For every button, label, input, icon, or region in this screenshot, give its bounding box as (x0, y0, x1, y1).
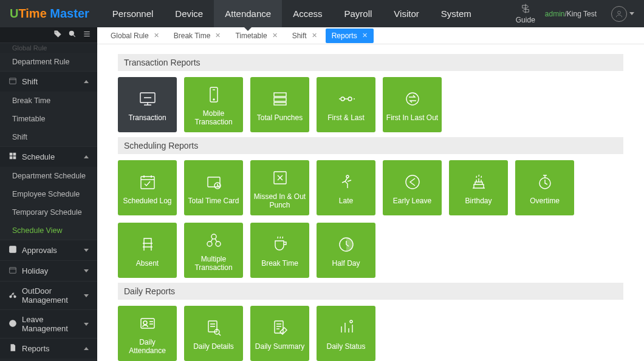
side-sub-timetable[interactable]: Timetable (0, 110, 97, 128)
svg-point-27 (406, 175, 419, 189)
nav-personnel[interactable]: Personnel (101, 0, 165, 27)
card-label: Absent (136, 259, 159, 268)
card-scheduled-log[interactable]: Scheduled Log (118, 160, 177, 215)
card-early-leave[interactable]: Early Leave (383, 160, 442, 215)
svg-point-21 (406, 93, 419, 105)
card-break-time[interactable]: Break Time (250, 223, 309, 278)
tab-global-rule[interactable]: Global Rule✕ (104, 29, 165, 43)
sidebar-tools (0, 27, 97, 43)
svg-rect-17 (274, 98, 286, 101)
side-sub-department-rule[interactable]: Department Rule (0, 53, 97, 71)
svg-rect-6 (10, 157, 13, 160)
side-group-schedule[interactable]: Schedule (0, 146, 97, 167)
nav-visitor[interactable]: Visitor (383, 0, 430, 27)
side-sub-global-rule[interactable]: Global Rule (0, 43, 97, 53)
card-multiple-transaction[interactable]: Multiple Transaction (184, 223, 243, 278)
card-label: Break Time (261, 259, 298, 268)
side-group-approvals[interactable]: Approvals (0, 240, 97, 260)
halfclock-icon (337, 234, 356, 255)
card-transaction[interactable]: Transaction (118, 77, 177, 132)
close-icon[interactable]: ✕ (272, 32, 278, 39)
side-sub-calculate[interactable]: Calculate (0, 359, 97, 361)
close-icon[interactable]: ✕ (362, 32, 368, 39)
missed-icon (270, 167, 290, 189)
list-icon[interactable] (83, 30, 91, 40)
logo-part-u: U (10, 7, 18, 20)
side-group-leave-management[interactable]: Leave Management (0, 309, 97, 338)
section-title-daily-reports: Daily Reports (118, 283, 623, 300)
cup-icon (270, 234, 290, 255)
card-label: Early Leave (393, 197, 431, 205)
chevron-down-icon (84, 249, 89, 252)
card-daily-details[interactable]: Daily Details (184, 306, 243, 361)
side-group-reports[interactable]: Reports (0, 338, 97, 359)
card-label: Daily Summary (255, 342, 304, 351)
search-icon[interactable] (68, 30, 77, 40)
content-scroll[interactable]: Transaction ReportsTransactionMobile Tra… (97, 44, 644, 361)
svg-rect-5 (13, 153, 16, 156)
side-group-shift[interactable]: Shift (0, 71, 97, 92)
bars-icon (337, 317, 356, 339)
close-icon[interactable]: ✕ (215, 32, 221, 39)
card-first-in-last-out[interactable]: First In Last Out (383, 77, 442, 132)
svg-point-2 (69, 31, 74, 35)
card-label: Multiple Transaction (187, 255, 241, 272)
card-half-day[interactable]: Half Day (317, 223, 375, 278)
card-late[interactable]: Late (317, 160, 375, 215)
chevron-down-icon (84, 294, 89, 297)
tab-break-time[interactable]: Break Time✕ (168, 29, 227, 43)
card-mobile-transaction[interactable]: Mobile Transaction (184, 77, 243, 132)
card-label: Overtime (530, 197, 560, 205)
nav-attendance[interactable]: Attendance (214, 0, 282, 27)
nav-device[interactable]: Device (164, 0, 214, 27)
nav-payroll[interactable]: Payroll (333, 0, 383, 27)
tab-timetable[interactable]: Timetable✕ (229, 29, 283, 43)
card-first-last[interactable]: First & Last (317, 77, 375, 132)
svg-point-26 (346, 175, 349, 178)
card-missed-in-out-punch[interactable]: Missed In & Out Punch (250, 160, 309, 215)
side-sub-employee-schedule[interactable]: Employee Schedule (0, 185, 97, 203)
side-sub-break-time[interactable]: Break Time (0, 92, 97, 110)
swap-icon (403, 88, 422, 110)
side-group-holiday[interactable]: Holiday (0, 260, 97, 281)
check-icon (9, 245, 17, 255)
card-birthday[interactable]: Birthday (449, 160, 508, 215)
user-block[interactable]: admin/King Test (545, 10, 597, 18)
cake-icon (469, 171, 488, 193)
card-label: First In Last Out (386, 113, 438, 122)
nav-system[interactable]: System (430, 0, 482, 27)
user-avatar[interactable] (611, 6, 627, 22)
side-sub-schedule-view[interactable]: Schedule View (0, 221, 97, 240)
guide-button[interactable]: Guide (516, 3, 535, 24)
svg-point-20 (348, 97, 352, 101)
card-label: Birthday (465, 197, 492, 205)
svg-point-1 (55, 32, 57, 33)
chevron-up-icon (84, 80, 89, 83)
card-label: Missed In & Out Punch (253, 192, 307, 210)
grid-icon (9, 152, 17, 162)
tab-reports[interactable]: Reports✕ (326, 29, 374, 43)
tag-icon[interactable] (53, 30, 62, 40)
user-menu-caret-icon[interactable] (629, 12, 634, 15)
stack-icon (270, 88, 290, 110)
magdoc-icon (204, 317, 224, 339)
close-icon[interactable]: ✕ (312, 32, 317, 39)
svg-point-0 (618, 11, 621, 14)
card-total-punches[interactable]: Total Punches (250, 77, 309, 132)
card-absent[interactable]: Absent (118, 223, 177, 278)
card-daily-summary[interactable]: Daily Summary (250, 306, 309, 361)
svg-point-30 (207, 241, 212, 246)
nav-access[interactable]: Access (282, 0, 333, 27)
card-total-time-card[interactable]: Total Time Card (184, 160, 243, 215)
card-daily-attendance[interactable]: Daily Attendance (118, 306, 177, 361)
side-sub-department-schedule[interactable]: Department Schedule (0, 167, 97, 185)
tab-shift[interactable]: Shift✕ (286, 29, 323, 43)
side-sub-temporary-schedule[interactable]: Temporary Schedule (0, 203, 97, 221)
side-group-outdoor-management[interactable]: OutDoor Management (0, 281, 97, 309)
side-sub-shift[interactable]: Shift (0, 128, 97, 146)
tab-label: Shift (292, 32, 307, 40)
close-icon[interactable]: ✕ (154, 32, 159, 39)
card-daily-status[interactable]: Daily Status (317, 306, 375, 361)
card-overtime[interactable]: Overtime (515, 160, 574, 215)
calendar-icon (9, 76, 17, 87)
